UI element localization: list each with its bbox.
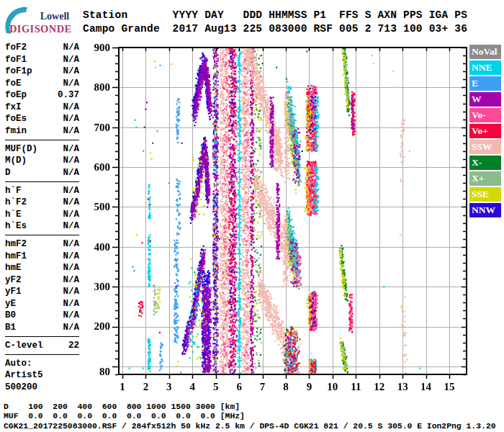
param-label: B0 bbox=[5, 310, 16, 320]
param-value: N/A bbox=[63, 156, 79, 166]
param-label: MUF(D) bbox=[5, 144, 37, 154]
panel-divider bbox=[5, 354, 79, 355]
param-label: hmF2 bbox=[5, 239, 27, 249]
param-row-500200: 500200 bbox=[5, 382, 79, 394]
param-row-fmin: fminN/A bbox=[5, 125, 79, 138]
param-row-B1: B1N/A bbox=[5, 322, 79, 334]
param-label: foF1 bbox=[5, 55, 27, 65]
panel-divider bbox=[5, 181, 79, 182]
param-label: h`Es bbox=[5, 221, 27, 231]
legend-item-E: E bbox=[469, 76, 501, 91]
param-row-foEs: foEsN/A bbox=[5, 113, 79, 125]
logo-text-lowell: Lowell bbox=[29, 11, 81, 22]
legend-item-NNE: NNE bbox=[469, 60, 501, 75]
param-value: N/A bbox=[63, 114, 79, 124]
param-value: N/A bbox=[63, 66, 79, 76]
param-label: h`E bbox=[5, 210, 22, 220]
param-value: N/A bbox=[63, 287, 79, 297]
legend-item-X: X+ bbox=[469, 171, 501, 186]
param-row-hE: h`EN/A bbox=[5, 209, 79, 221]
param-value: N/A bbox=[63, 210, 79, 220]
param-value: N/A bbox=[63, 168, 79, 178]
param-label: Auto: bbox=[5, 359, 32, 369]
param-label: fmin bbox=[5, 126, 27, 136]
param-label: h`F bbox=[5, 186, 22, 196]
param-label: yE bbox=[5, 299, 16, 309]
param-label: hmE bbox=[5, 263, 22, 273]
param-value: 0.37 bbox=[58, 90, 79, 100]
param-label: Artist5 bbox=[5, 370, 43, 380]
param-value: N/A bbox=[63, 275, 79, 285]
param-value: N/A bbox=[63, 239, 79, 249]
param-row-foE: foEN/A bbox=[5, 78, 79, 90]
param-value: N/A bbox=[63, 144, 79, 154]
param-value: N/A bbox=[63, 78, 79, 89]
param-label: M(D) bbox=[5, 156, 27, 166]
param-row-hmE: hmEN/A bbox=[5, 262, 79, 274]
legend-item-Vo: Vo- bbox=[469, 108, 501, 122]
param-row-MUFD: MUF(D)N/A bbox=[5, 143, 79, 156]
param-value: N/A bbox=[63, 323, 79, 333]
panel-divider bbox=[5, 140, 79, 140]
param-value: N/A bbox=[63, 251, 79, 261]
param-label: foEp bbox=[5, 90, 27, 100]
param-row-yE: yEN/A bbox=[5, 298, 79, 310]
param-row-MD: M(D)N/A bbox=[5, 155, 79, 167]
footer-file-info: CGK21_2017225083000.RSF / 284fx512h 50 k… bbox=[4, 422, 496, 431]
param-value: 22 bbox=[68, 341, 79, 351]
header-column-labels: Station YYYY DAY DDD HHMMSS P1 FFS S AXN… bbox=[83, 9, 467, 21]
legend-item-NoVal: NoVal bbox=[469, 45, 501, 59]
param-label: h`F2 bbox=[5, 197, 27, 207]
legend-item-Vo: Vo+ bbox=[469, 124, 501, 138]
param-label: hmF1 bbox=[5, 251, 27, 261]
direction-color-legend: NoValNNEEWVo-Vo+SSWX-X+SSENNW bbox=[469, 45, 501, 219]
param-value: N/A bbox=[63, 126, 79, 136]
param-label: B1 bbox=[5, 323, 16, 333]
footer-muf-row: MUF 0.0 0.0 0.0 0.0 0.0 0.0 0.0 0.0 [MHz… bbox=[4, 412, 245, 420]
param-value: N/A bbox=[63, 55, 79, 65]
digisonde-ionogram-window: Lowell DIGISONDE Station YYYY DAY DDD HH… bbox=[0, 0, 504, 432]
param-value: N/A bbox=[63, 221, 79, 231]
param-label: C-level bbox=[5, 341, 43, 351]
footer-distance-row: D 100 200 400 600 800 1000 1500 3000 [km… bbox=[4, 402, 240, 411]
legend-item-X: X- bbox=[469, 156, 501, 170]
param-label: foEs bbox=[5, 114, 27, 124]
param-row-hF2: h`F2N/A bbox=[5, 197, 79, 209]
param-row-hF: h`FN/A bbox=[5, 185, 79, 197]
header-station-values: Campo Grande 2017 Aug13 225 083000 RSF 0… bbox=[83, 23, 467, 35]
legend-item-NNW: NNW bbox=[469, 203, 501, 217]
legend-item-W: W bbox=[469, 92, 501, 107]
param-value: N/A bbox=[63, 263, 79, 273]
param-value: N/A bbox=[63, 197, 79, 207]
param-row-yF1: yF1N/A bbox=[5, 286, 79, 298]
param-label: yF1 bbox=[5, 287, 22, 297]
ionogram-plot bbox=[79, 40, 468, 400]
param-row-Auto: Auto: bbox=[5, 358, 79, 370]
param-label: 500200 bbox=[5, 382, 37, 392]
param-value: N/A bbox=[63, 42, 79, 53]
param-value: N/A bbox=[63, 186, 79, 196]
param-value: N/A bbox=[63, 299, 79, 309]
param-row-foF2: foF2N/A bbox=[5, 42, 79, 54]
param-label: foF1p bbox=[5, 66, 32, 76]
param-row-fxI: fxIN/A bbox=[5, 102, 79, 114]
legend-item-SSE: SSE bbox=[469, 187, 501, 202]
lowell-digisonde-logo: Lowell DIGISONDE bbox=[3, 4, 82, 39]
param-row-hmF1: hmF1N/A bbox=[5, 251, 79, 263]
param-row-hmF2: hmF2N/A bbox=[5, 238, 79, 251]
param-label: D bbox=[5, 168, 11, 178]
parameter-panel: foF2N/AfoF1N/AfoF1pN/AfoEN/AfoEp0.37fxIN… bbox=[5, 42, 79, 393]
param-row-foF1p: foF1pN/A bbox=[5, 66, 79, 78]
param-value: N/A bbox=[63, 310, 79, 320]
param-label: fxI bbox=[5, 102, 22, 112]
param-value: N/A bbox=[63, 102, 79, 112]
panel-divider bbox=[5, 336, 79, 337]
param-row-B0: B0N/A bbox=[5, 310, 79, 322]
param-row-foEp: foEp0.37 bbox=[5, 89, 79, 102]
param-label: yF2 bbox=[5, 275, 22, 285]
param-label: foF2 bbox=[5, 42, 27, 53]
param-row-Clevel: C-level22 bbox=[5, 340, 79, 352]
param-label: foE bbox=[5, 78, 22, 89]
legend-item-SSW: SSW bbox=[469, 140, 501, 154]
param-row-yF2: yF2N/A bbox=[5, 274, 79, 287]
